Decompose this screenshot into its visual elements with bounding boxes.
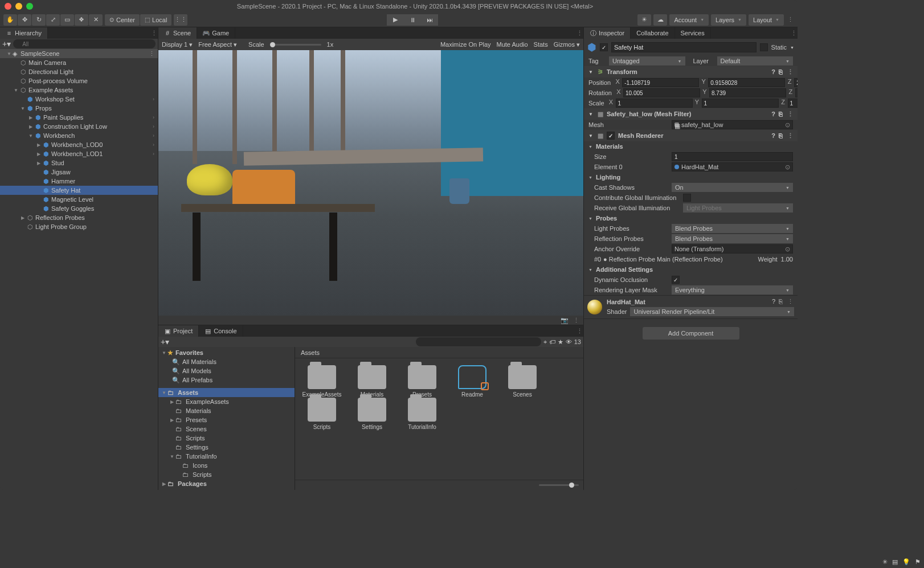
hierarchy-item-selected[interactable]: ⬢Safety Hat <box>0 186 158 195</box>
asset-folder[interactable]: Settings <box>352 398 392 430</box>
hierarchy-item-prefab[interactable]: ▶⬢Workbench_LOD1› <box>0 149 158 158</box>
preset-icon[interactable]: ⎘ <box>779 298 783 305</box>
shader-dropdown[interactable]: Universal Render Pipeline/Lit <box>630 307 794 316</box>
step-button[interactable]: ⏭ <box>421 14 438 26</box>
rotation-y-input[interactable] <box>709 88 786 97</box>
hierarchy-item-prefab[interactable]: ⬢Workshop Set› <box>0 95 158 104</box>
transform-component-header[interactable]: ▼⚞ Transform ?⎘ <box>584 66 798 77</box>
thumbnail-size-slider[interactable] <box>539 484 579 486</box>
object-picker-icon[interactable]: ⊙ <box>785 164 790 171</box>
scale-z-input[interactable] <box>788 99 798 108</box>
materials-section[interactable]: Materials <box>584 141 798 152</box>
anchor-override-field[interactable]: None (Transform)⊙ <box>672 244 793 254</box>
mesh-object-field[interactable]: ▦safety_hat_low⊙ <box>672 120 793 129</box>
hierarchy-tab[interactable]: ≡ Hierarchy <box>0 27 48 39</box>
account-dropdown[interactable]: Account <box>669 14 709 26</box>
cloud-icon[interactable]: ☁ <box>653 14 667 26</box>
pivot-rotation-toggle[interactable]: ⬚ Local <box>140 14 171 26</box>
chevron-right-icon[interactable]: › <box>153 96 154 102</box>
pause-button[interactable]: ⏸ <box>404 14 421 26</box>
inspector-menu-icon[interactable] <box>790 27 798 39</box>
folder-item[interactable]: 🗀Icons <box>158 461 295 470</box>
move-tool[interactable]: ✥ <box>18 14 31 26</box>
probes-section[interactable]: Probes <box>584 213 798 223</box>
hierarchy-item[interactable]: ⬡Directional Light <box>0 67 158 76</box>
reflection-probes-dropdown[interactable]: Blend Probes <box>672 234 793 243</box>
close-window-button[interactable] <box>5 3 11 10</box>
mute-audio-toggle[interactable]: Mute Audio <box>497 41 528 48</box>
component-menu-icon[interactable] <box>786 68 794 76</box>
favorite-item[interactable]: 🔍All Prefabs <box>158 375 295 385</box>
folder-item[interactable]: 🗀Settings <box>158 443 295 452</box>
help-icon[interactable]: ? <box>771 111 775 118</box>
inspector-tab[interactable]: ⓘInspector <box>584 27 631 39</box>
assets-folder[interactable]: ▼🗀Assets <box>158 388 295 397</box>
light-probes-dropdown[interactable]: Blend Probes <box>672 224 793 233</box>
material-menu-icon[interactable] <box>786 298 794 305</box>
hierarchy-item-prefab[interactable]: ▼⬢Workbench› <box>0 131 158 140</box>
contribute-gi-checkbox[interactable] <box>683 194 691 202</box>
hierarchy-item-prefab[interactable]: ▶⬢Stud <box>0 158 158 167</box>
scene-menu-icon[interactable] <box>148 50 156 58</box>
layers-dropdown[interactable]: Layers <box>711 14 746 26</box>
scene-viewport[interactable] <box>158 50 583 316</box>
custom-tool[interactable]: ✕ <box>89 14 103 26</box>
static-checkbox[interactable] <box>760 43 768 51</box>
project-breadcrumb[interactable]: Assets <box>295 347 583 358</box>
folder-item[interactable]: ▶🗀ExampleAssets <box>158 397 295 406</box>
chevron-right-icon[interactable]: › <box>153 115 154 120</box>
pivot-mode-toggle[interactable]: ⊙ Center <box>105 14 140 26</box>
favorite-item[interactable]: 🔍All Models <box>158 366 295 375</box>
hierarchy-item-prefab[interactable]: ▶⬢Construction Light Low› <box>0 122 158 131</box>
additional-settings-section[interactable]: Additional Settings <box>584 264 798 275</box>
material-preview[interactable]: HardHat_Mat?⎘ ShaderUniversal Render Pip… <box>584 295 798 319</box>
cast-shadows-dropdown[interactable]: On <box>672 183 793 192</box>
rotation-z-input[interactable] <box>795 88 798 97</box>
hierarchy-item-prefab[interactable]: ⬢Hammer <box>0 177 158 186</box>
help-icon[interactable]: ? <box>772 298 775 305</box>
hierarchy-item-prefab[interactable]: ⬢Jigsaw <box>0 167 158 177</box>
tag-dropdown[interactable]: Untagged <box>609 56 685 66</box>
rotate-tool[interactable]: ↻ <box>32 14 46 26</box>
display-dropdown[interactable]: Display 1 ▾ <box>162 41 193 48</box>
scale-x-input[interactable] <box>616 99 693 108</box>
project-menu-icon[interactable] <box>575 325 583 337</box>
chevron-right-icon[interactable]: › <box>153 142 154 148</box>
packages-folder[interactable]: ▶🗀Packages <box>158 479 295 488</box>
preset-icon[interactable]: ⎘ <box>779 132 783 140</box>
project-search-input[interactable] <box>416 337 541 346</box>
favorite-item[interactable]: 🔍All Materials <box>158 357 295 366</box>
position-z-input[interactable] <box>794 78 798 87</box>
project-create-dropdown[interactable]: +▾ <box>161 337 169 346</box>
folder-item[interactable]: 🗀Scenes <box>158 424 295 434</box>
folder-item[interactable]: 🗀Scripts <box>158 434 295 443</box>
asset-folder[interactable]: TutorialInfo <box>402 398 442 430</box>
scene-overlay-menu-icon[interactable] <box>572 317 580 324</box>
favorite-icon[interactable]: ★ <box>558 338 563 346</box>
materials-size-input[interactable] <box>672 152 793 161</box>
rendering-layer-dropdown[interactable]: Everything <box>672 285 793 295</box>
game-tab[interactable]: 🎮Game <box>197 27 235 39</box>
folder-item[interactable]: ▶🗀Presets <box>158 415 295 424</box>
camera-icon[interactable]: 📷 <box>561 317 569 324</box>
transform-tool[interactable]: ❖ <box>75 14 88 26</box>
hierarchy-item-prefab[interactable]: ⬢Safety Goggles <box>0 204 158 213</box>
rotation-x-input[interactable] <box>623 88 700 97</box>
hierarchy-item[interactable]: ⬡Post-process Volume <box>0 76 158 85</box>
layer-dropdown[interactable]: Default <box>717 56 794 66</box>
hierarchy-item[interactable]: ▶⬡Reflection Probes <box>0 213 158 222</box>
scene-tab[interactable]: #Scene <box>158 27 197 39</box>
hierarchy-item-prefab[interactable]: ▶⬢Paint Supplies› <box>0 113 158 122</box>
maximize-toggle[interactable]: Maximize On Play <box>440 41 491 48</box>
toolbar-menu-icon[interactable] <box>786 14 794 26</box>
mesh-filter-header[interactable]: ▼▦ Safety_hat_low (Mesh Filter) ?⎘ <box>584 108 798 120</box>
hierarchy-search-input[interactable] <box>13 39 156 48</box>
chevron-right-icon[interactable]: › <box>153 151 154 157</box>
lighting-section[interactable]: Lighting <box>584 172 798 182</box>
stats-toggle[interactable]: Stats <box>534 41 548 48</box>
asset-folder[interactable]: ExampleAssets <box>302 365 342 398</box>
gizmos-dropdown[interactable]: Gizmos ▾ <box>554 41 580 48</box>
hierarchy-menu-icon[interactable] <box>150 27 158 39</box>
scale-slider[interactable] <box>270 44 321 46</box>
folder-item[interactable]: ▼🗀TutorialInfo <box>158 452 295 461</box>
